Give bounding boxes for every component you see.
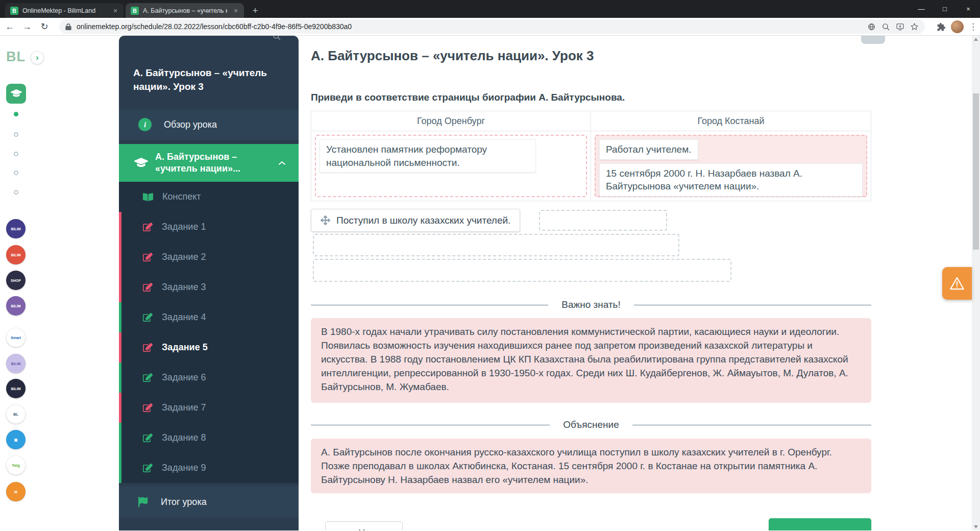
tab-title: OnlineMektep - BilimLand [22,7,107,14]
browser-titlebar: B OnlineMektep - BilimLand × B А. Байтур… [0,0,980,18]
progress-dot[interactable] [14,152,18,156]
scrollbar-thumb[interactable] [973,93,979,250]
browser-menu-icon[interactable]: ⋮ [969,21,977,32]
sidebar-item-label: Обзор урока [164,119,217,130]
progress-dot[interactable] [14,190,18,195]
tab-title: А. Байтурсынов – «учитель нац... [143,7,228,14]
forward-nav-button[interactable]: → [19,19,35,34]
sidebar-section-lesson[interactable]: А. Байтурсынов – «учитель нации»... [119,144,299,182]
drag-chip[interactable]: Поступил в школу казахских учителей. [311,209,520,232]
scroll-down-icon[interactable] [974,525,978,528]
app-icon-itest[interactable]: ▣ [6,430,26,449]
biography-card[interactable]: Установлен памятник реформатору национал… [320,139,536,173]
sidebar-item-label: Задание 7 [162,402,206,413]
app-icon-bilimland[interactable]: BL [6,404,26,424]
scrollbar[interactable] [972,36,980,530]
progress-dot[interactable] [14,132,18,137]
sidebar-item-label: Задание 3 [162,282,206,293]
sidebar-item-label: Конспект [162,191,201,202]
bookmark-star-icon[interactable] [910,22,919,31]
app-icon-bilimnation[interactable]: BILIM [6,219,26,238]
flag-icon [138,497,149,507]
app-icon-bilimexpert[interactable]: BILIM [6,296,26,316]
column-kostanay: Город Костанай Работал учителем. 15 сент… [591,111,871,201]
drop-slot[interactable] [313,259,731,282]
report-problem-button[interactable] [942,267,972,300]
drag-chip-label: Поступил в школу казахских учителей. [336,215,510,226]
sidebar-item-task-7[interactable]: Задание 7 [119,393,299,423]
app-icon-bilimshop[interactable]: SHOP [6,271,26,290]
new-tab-button[interactable]: + [248,4,262,18]
tab-close-icon[interactable]: × [111,7,119,15]
sidebar-item-task-2[interactable]: Задание 2 [119,242,299,272]
app-rail: BL BILIM BILIM SHOP BILIM Smart BILIM BI… [0,36,40,530]
sidebar-item-task-1[interactable]: Задание 1 [119,212,299,242]
sidebar-item-label: Задание 8 [162,432,206,443]
column-header: Город Оренбург [311,111,591,131]
search-icon[interactable] [272,36,281,43]
progress-dot-active[interactable] [14,112,18,116]
install-app-icon[interactable] [896,22,904,31]
task-edit-icon [143,433,153,442]
app-icon-mektep[interactable]: M [6,482,26,501]
next-button[interactable]: → [769,518,871,530]
scroll-up-icon[interactable] [974,38,978,41]
biography-card[interactable]: 15 сентября 2000 г. Н. Назарбаев назвал … [599,163,863,197]
progress-dot[interactable] [14,171,18,175]
back-button[interactable]: ← Назад [325,521,403,530]
rail-expand-button[interactable]: › [31,51,44,64]
sidebar-item-label: Задание 5 [162,342,208,353]
sidebar-item-task-9[interactable]: Задание 9 [119,453,299,483]
extensions-puzzle-icon[interactable] [937,22,946,32]
tab-favicon: B [131,7,139,15]
important-note: В 1980-х годах начали утрачивать силу по… [311,318,871,403]
address-bar[interactable]: onlinemektep.org/schedule/28.02.2022/les… [59,19,925,34]
sidebar-item-task-8[interactable]: Задание 8 [119,423,299,453]
close-button[interactable]: × [957,0,980,18]
zoom-icon[interactable] [881,22,890,31]
back-button-label: Назад [358,528,385,531]
next-arrow-icon: → [838,524,850,530]
minimize-button[interactable]: — [910,0,933,18]
back-nav-button[interactable]: ← [2,19,17,34]
maximize-button[interactable]: □ [933,0,957,18]
drop-slot[interactable] [539,210,667,231]
sidebar-item-konspekt[interactable]: Конспект [119,182,299,212]
sidebar-item-summary[interactable]: Итог урока [119,486,299,518]
graduation-cap-icon [11,89,22,99]
app-icon-smartnation[interactable]: Smart [6,328,26,347]
status-strip [119,332,121,363]
sidebar-item-label: Задание 2 [162,252,206,262]
sidebar-item-task-3[interactable]: Задание 3 [119,272,299,302]
sidebar-item-overview[interactable]: i Обзор урока [119,109,299,140]
explanation-note: А. Байтурсынов после окончания русско-ка… [311,439,871,493]
graduation-cap-icon [134,157,148,169]
profile-avatar[interactable] [951,20,964,33]
translate-icon[interactable] [867,22,876,31]
sidebar-item-task-6[interactable]: Задание 6 [119,363,299,393]
drop-slot[interactable] [313,234,679,256]
secure-lock-icon[interactable] [65,23,71,30]
app-icon-bilim[interactable]: BILIM [6,354,26,373]
browser-toolbar: ← → ↻ onlinemektep.org/schedule/28.02.20… [0,18,980,36]
task-edit-icon [143,343,153,352]
app-icon-twig[interactable]: Twig [6,455,26,475]
page-title: А. Байтурсынов – «учитель нации». Урок 3 [311,48,594,64]
bilimland-logo[interactable]: BL [6,49,26,65]
drop-zone-orenburg[interactable]: Установлен памятник реформатору национал… [315,135,587,197]
task-edit-icon [143,373,153,382]
browser-tab-onlinemektep[interactable]: B OnlineMektep - BilimLand × [5,3,124,18]
sidebar-item-task-5[interactable]: Задание 5 [119,332,299,363]
reload-button[interactable]: ↻ [37,19,52,34]
app-icon-bilimdev[interactable]: BILIM [6,379,26,398]
tab-close-icon[interactable]: × [232,7,240,15]
back-arrow-icon: ← [343,527,353,531]
sidebar-item-task-4[interactable]: Задание 4 [119,302,299,332]
drop-zone-kostanay[interactable]: Работал учителем. 15 сентября 2000 г. Н.… [595,135,867,197]
biography-card[interactable]: Работал учителем. [599,139,698,160]
browser-tab-lesson[interactable]: B А. Байтурсынов – «учитель нац... × [126,3,244,18]
column-orenburg: Город Оренбург Установлен памятник рефор… [311,111,591,201]
lesson-sidebar: А. Байтурсынов – «учитель нации». Урок 3… [119,36,299,530]
onlinemektep-tile[interactable] [6,84,26,104]
app-icon-bilimmedia[interactable]: BILIM [6,245,26,264]
